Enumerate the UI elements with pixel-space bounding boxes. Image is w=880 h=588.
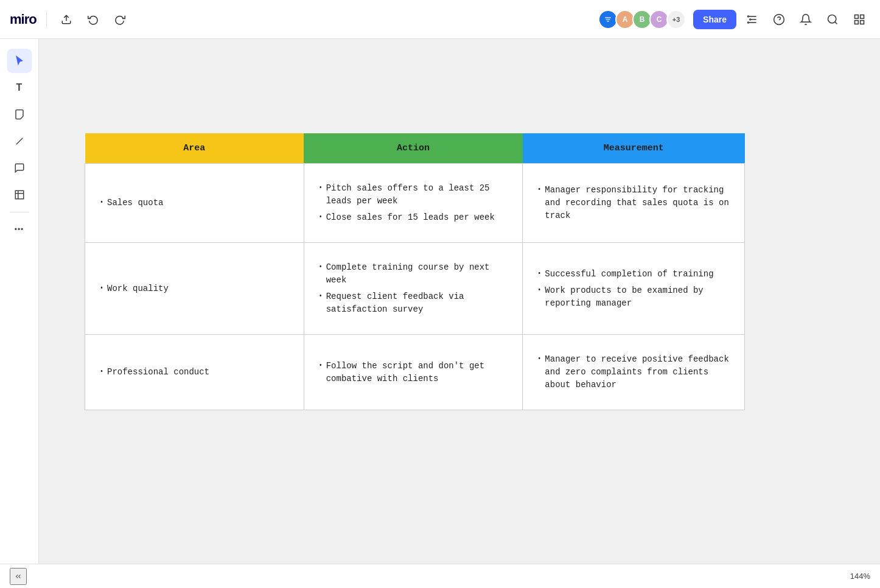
action-text: Pitch sales offers to a least 25 leads p… — [326, 182, 508, 208]
frame-tool[interactable] — [7, 183, 32, 207]
help-icon[interactable] — [768, 9, 790, 30]
bullet-dot: • — [537, 285, 541, 295]
settings-icon[interactable] — [741, 9, 763, 30]
area-header: Area — [85, 133, 304, 164]
bullet-dot: • — [537, 185, 541, 194]
measurement-header: Measurement — [523, 133, 745, 164]
search-icon[interactable] — [822, 9, 843, 30]
redo-button[interactable] — [110, 10, 130, 29]
sidebar-divider — [10, 212, 29, 212]
bullet-dot: • — [319, 262, 323, 271]
upload-button[interactable] — [57, 10, 76, 29]
svg-rect-11 — [855, 15, 859, 18]
measurement-cell: •Successful completion of training•Work … — [523, 243, 745, 335]
measurement-text: Manager to receive positive feedback and… — [545, 353, 730, 391]
list-item: •Manager to receive positive feedback an… — [537, 353, 730, 391]
measurement-cell: •Manager responsibility for tracking and… — [523, 164, 745, 243]
list-item: •Successful completion of training — [537, 268, 730, 281]
list-item: •Work quality — [100, 282, 289, 295]
collapse-button[interactable] — [10, 568, 27, 585]
board-icon[interactable] — [848, 9, 870, 30]
action-text: Follow the script and don't get combativ… — [326, 360, 508, 385]
svg-rect-16 — [15, 191, 24, 199]
sticky-note-tool[interactable] — [7, 102, 32, 127]
share-button[interactable]: Share — [693, 10, 736, 29]
table-row: •Sales quota — [85, 164, 304, 243]
text-tool[interactable]: T — [7, 75, 32, 100]
bullet-dot: • — [319, 183, 323, 192]
action-text: Close sales for 15 leads per week — [326, 211, 495, 224]
avatar-group: A B C +3 — [598, 10, 686, 29]
list-item: •Follow the script and don't get combati… — [319, 360, 508, 385]
table-row: •Professional conduct — [85, 335, 304, 410]
action-text: Request client feedback via satisfaction… — [326, 290, 508, 316]
comment-tool[interactable] — [7, 156, 32, 180]
data-table: Area Action Measurement •Sales quota•Pit… — [85, 133, 745, 410]
measurement-text: Work products to be examined by reportin… — [545, 284, 730, 310]
area-text: Sales quota — [107, 197, 163, 209]
list-item: •Professional conduct — [100, 366, 289, 379]
action-header: Action — [304, 133, 523, 164]
measurement-cell: •Manager to receive positive feedback an… — [523, 335, 745, 410]
list-item: •Work products to be examined by reporti… — [537, 284, 730, 310]
svg-point-6 — [747, 21, 749, 23]
svg-rect-12 — [861, 15, 864, 18]
avatar-count: +3 — [666, 10, 686, 29]
top-bar: miro A B — [0, 0, 880, 39]
performance-table: Area Action Measurement •Sales quota•Pit… — [85, 133, 745, 410]
zoom-level: 144% — [850, 572, 870, 581]
topbar-divider — [46, 11, 47, 28]
area-text: Professional conduct — [107, 366, 209, 379]
bullet-dot: • — [537, 354, 541, 363]
action-cell: •Complete training course by next week•R… — [304, 243, 523, 335]
svg-rect-14 — [855, 20, 859, 24]
bullet-dot: • — [319, 361, 323, 370]
line-tool[interactable] — [7, 129, 32, 153]
table-row: •Work quality — [85, 243, 304, 335]
topbar-left: miro — [10, 10, 130, 29]
bullet-dot: • — [319, 292, 323, 301]
bullet-dot: • — [319, 212, 323, 222]
notifications-icon[interactable] — [795, 9, 817, 30]
action-cell: •Follow the script and don't get combati… — [304, 335, 523, 410]
left-sidebar: T ••• — [0, 39, 39, 588]
svg-rect-13 — [861, 20, 864, 24]
svg-point-5 — [749, 18, 751, 20]
bottom-bar: 144% — [0, 564, 880, 588]
svg-line-10 — [835, 21, 837, 24]
list-item: •Request client feedback via satisfactio… — [319, 290, 508, 316]
action-text: Complete training course by next week — [326, 261, 508, 287]
undo-button[interactable] — [83, 10, 103, 29]
svg-line-15 — [16, 138, 23, 145]
measurement-text: Successful completion of training — [545, 268, 713, 281]
bullet-dot: • — [100, 284, 103, 293]
topbar-right: A B C +3 Share — [598, 9, 870, 30]
area-text: Work quality — [107, 282, 169, 295]
list-item: •Manager responsibility for tracking and… — [537, 184, 730, 222]
bullet-dot: • — [100, 198, 103, 207]
canvas-area[interactable]: Area Action Measurement •Sales quota•Pit… — [39, 39, 880, 588]
list-item: •Close sales for 15 leads per week — [319, 211, 508, 224]
bullet-dot: • — [100, 367, 103, 376]
bullet-dot: • — [537, 269, 541, 278]
list-item: •Pitch sales offers to a least 25 leads … — [319, 182, 508, 208]
svg-point-9 — [828, 15, 836, 23]
more-tools[interactable]: ••• — [7, 217, 32, 242]
miro-logo: miro — [10, 12, 37, 27]
list-item: •Sales quota — [100, 197, 289, 209]
list-item: •Complete training course by next week — [319, 261, 508, 287]
action-cell: •Pitch sales offers to a least 25 leads … — [304, 164, 523, 243]
select-tool[interactable] — [7, 49, 32, 73]
svg-point-4 — [747, 15, 749, 17]
measurement-text: Manager responsibility for tracking and … — [545, 184, 730, 222]
